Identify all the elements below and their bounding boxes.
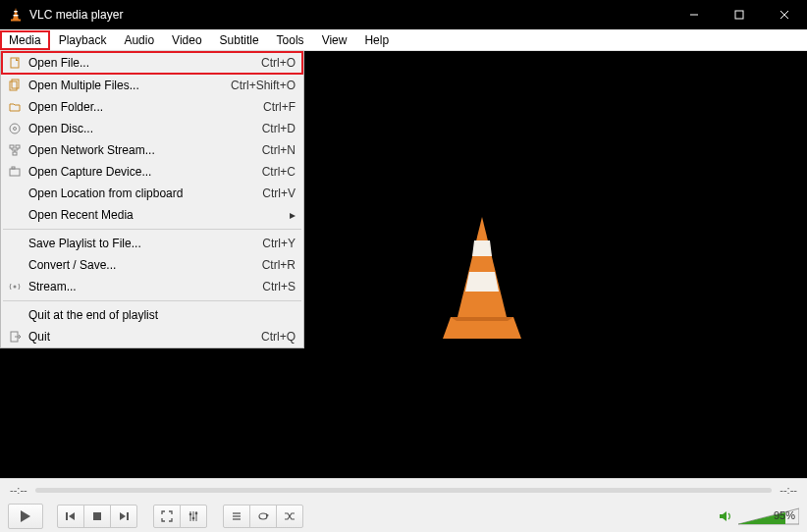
- menu-item-label: Quit at the end of playlist: [25, 308, 296, 322]
- capture-icon: [5, 165, 25, 179]
- titlebar: VLC media player: [0, 0, 807, 29]
- files-icon: [5, 79, 25, 92]
- menu-item-shortcut: Ctrl+N: [262, 143, 296, 157]
- close-button[interactable]: [762, 0, 807, 29]
- menu-item-quit[interactable]: QuitCtrl+Q: [1, 326, 303, 347]
- svg-rect-27: [66, 512, 68, 520]
- extended-settings-button[interactable]: [180, 505, 207, 528]
- menu-tools[interactable]: Tools: [268, 30, 313, 50]
- minimize-button[interactable]: [672, 0, 717, 29]
- svg-marker-21: [457, 217, 508, 321]
- menu-help[interactable]: Help: [355, 30, 398, 50]
- maximize-button[interactable]: [717, 0, 762, 29]
- time-elapsed[interactable]: --:--: [10, 484, 27, 496]
- menu-item-shortcut: Ctrl+Shift+O: [231, 79, 296, 92]
- menu-video[interactable]: Video: [163, 30, 210, 50]
- svg-rect-3: [11, 20, 21, 22]
- folder-icon: [5, 100, 25, 114]
- svg-rect-16: [13, 152, 17, 155]
- svg-marker-25: [451, 317, 513, 321]
- menu-subtitle[interactable]: Subtitle: [211, 30, 268, 50]
- svg-rect-11: [12, 80, 19, 88]
- svg-point-12: [10, 124, 20, 133]
- submenu-arrow-icon: ▸: [286, 208, 296, 222]
- menu-playback[interactable]: Playback: [50, 30, 116, 50]
- svg-rect-5: [735, 11, 743, 19]
- menu-item-open-location-from-clipboard[interactable]: Open Location from clipboardCtrl+V: [1, 183, 303, 204]
- menu-audio[interactable]: Audio: [115, 30, 163, 50]
- menu-item-convert-save[interactable]: Convert / Save...Ctrl+R: [1, 254, 303, 276]
- network-icon: [5, 143, 25, 157]
- menu-item-quit-at-the-end-of-playlist[interactable]: Quit at the end of playlist: [1, 304, 303, 326]
- disc-icon: [5, 122, 25, 135]
- svg-marker-30: [120, 512, 126, 520]
- volume-slider[interactable]: 95%: [738, 507, 799, 525]
- loop-button[interactable]: [249, 505, 277, 528]
- svg-point-36: [192, 517, 195, 520]
- stop-button[interactable]: [83, 505, 111, 528]
- menu-item-label: Open Folder...: [25, 100, 263, 114]
- svg-rect-15: [16, 145, 20, 148]
- menu-item-label: Open Multiple Files...: [25, 79, 231, 92]
- svg-rect-18: [12, 167, 15, 169]
- menu-item-save-playlist-to-file[interactable]: Save Playlist to File...Ctrl+Y: [1, 233, 303, 254]
- menu-item-open-recent-media[interactable]: Open Recent Media▸: [1, 204, 303, 226]
- playlist-button[interactable]: [223, 505, 250, 528]
- menu-item-label: Quit: [25, 330, 261, 344]
- menubar: MediaPlaybackAudioVideoSubtitleToolsView…: [0, 29, 807, 51]
- menu-view[interactable]: View: [313, 30, 356, 50]
- vlc-logo: [423, 211, 541, 348]
- controls-bar: 95%: [0, 501, 807, 532]
- svg-rect-29: [93, 512, 101, 520]
- menu-item-label: Save Playlist to File...: [25, 237, 262, 250]
- shuffle-button[interactable]: [276, 505, 303, 528]
- volume-icon[interactable]: [719, 509, 734, 523]
- menu-item-label: Stream...: [25, 280, 262, 293]
- svg-marker-42: [720, 511, 726, 521]
- media-menu-dropdown: Open File...Ctrl+OOpen Multiple Files...…: [0, 51, 304, 348]
- menu-item-label: Open Network Stream...: [25, 143, 262, 157]
- menu-item-open-multiple-files[interactable]: Open Multiple Files...Ctrl+Shift+O: [1, 75, 303, 96]
- menu-item-shortcut: Ctrl+D: [262, 122, 296, 135]
- svg-marker-26: [21, 510, 30, 522]
- menu-item-label: Convert / Save...: [25, 258, 262, 272]
- window-title: VLC media player: [29, 8, 672, 22]
- svg-marker-28: [69, 512, 75, 520]
- menu-item-label: Open File...: [25, 56, 261, 70]
- menu-item-open-network-stream[interactable]: Open Network Stream...Ctrl+N: [1, 139, 303, 161]
- svg-marker-22: [472, 240, 492, 256]
- menu-item-shortcut: Ctrl+R: [262, 258, 296, 272]
- menu-item-shortcut: Ctrl+C: [262, 165, 296, 179]
- menu-item-label: Open Capture Device...: [25, 165, 262, 179]
- menu-item-shortcut: Ctrl+O: [261, 56, 296, 70]
- menu-item-open-capture-device[interactable]: Open Capture Device...Ctrl+C: [1, 161, 303, 183]
- menu-separator: [3, 300, 301, 301]
- svg-marker-23: [465, 272, 499, 292]
- menu-item-label: Open Disc...: [25, 122, 262, 135]
- svg-point-37: [195, 512, 198, 515]
- svg-rect-2: [14, 15, 19, 16]
- timeline: --:-- --:--: [0, 479, 807, 501]
- menu-item-open-folder[interactable]: Open Folder...Ctrl+F: [1, 96, 303, 118]
- menu-separator: [3, 229, 301, 230]
- menu-item-shortcut: Ctrl+S: [262, 280, 296, 293]
- seek-bar[interactable]: [35, 488, 773, 493]
- menu-item-shortcut: Ctrl+V: [262, 186, 296, 200]
- menu-item-open-file[interactable]: Open File...Ctrl+O: [1, 51, 303, 75]
- svg-point-13: [14, 128, 17, 131]
- video-area: Open File...Ctrl+OOpen Multiple Files...…: [0, 51, 807, 478]
- menu-item-shortcut: Ctrl+F: [263, 100, 296, 114]
- menu-item-open-disc[interactable]: Open Disc...Ctrl+D: [1, 118, 303, 139]
- time-total[interactable]: --:--: [780, 484, 797, 496]
- play-button[interactable]: [8, 504, 43, 529]
- svg-point-19: [14, 286, 17, 289]
- menu-item-label: Open Recent Media: [25, 208, 286, 222]
- menu-item-shortcut: Ctrl+Q: [261, 330, 296, 344]
- menu-item-stream[interactable]: Stream...Ctrl+S: [1, 276, 303, 297]
- prev-button[interactable]: [57, 505, 84, 528]
- app-icon: [8, 7, 24, 23]
- next-button[interactable]: [110, 505, 137, 528]
- svg-rect-1: [14, 11, 18, 12]
- menu-media[interactable]: Media: [0, 30, 50, 50]
- fullscreen-button[interactable]: [153, 505, 181, 528]
